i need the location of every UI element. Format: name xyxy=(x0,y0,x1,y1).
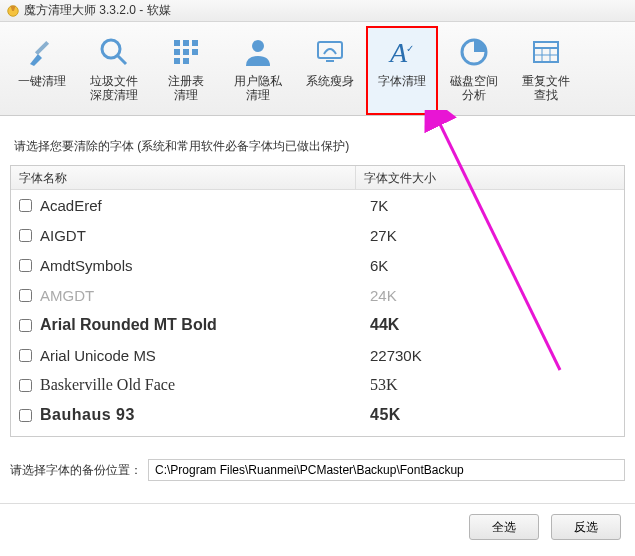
font-size: 24K xyxy=(370,287,397,304)
font-size: 27K xyxy=(370,227,397,244)
font-size: 53K xyxy=(370,376,398,394)
table-row[interactable]: AcadEref7K xyxy=(11,190,624,220)
font-name: Bauhaus 93 xyxy=(40,406,370,424)
table-row[interactable]: Arial Rounded MT Bold44K xyxy=(11,310,624,340)
font-size: 7K xyxy=(370,197,388,214)
grid-icon xyxy=(166,34,206,70)
svg-rect-1 xyxy=(35,41,49,55)
svg-rect-9 xyxy=(192,49,198,55)
tool-duplicate-find[interactable]: 重复文件 查找 xyxy=(510,26,582,115)
tool-label: 用户隐私 清理 xyxy=(234,74,282,102)
calendar-icon xyxy=(526,34,566,70)
table-row[interactable]: AMGDT24K xyxy=(11,280,624,310)
select-all-button[interactable]: 全选 xyxy=(469,514,539,540)
row-checkbox[interactable] xyxy=(19,349,32,362)
tool-privacy-clean[interactable]: 用户隐私 清理 xyxy=(222,26,294,115)
font-size: 6K xyxy=(370,257,388,274)
svg-rect-10 xyxy=(174,58,180,64)
svg-point-12 xyxy=(252,40,264,52)
svg-rect-14 xyxy=(326,60,334,62)
svg-line-3 xyxy=(118,56,126,64)
font-name: AmdtSymbols xyxy=(40,257,370,274)
table-row[interactable]: AIGDT27K xyxy=(11,220,624,250)
svg-rect-18 xyxy=(534,42,558,62)
table-row[interactable]: Baskerville Old Face53K xyxy=(11,370,624,400)
tool-font-clean[interactable]: A✓ 字体清理 xyxy=(366,26,438,115)
tool-label: 垃圾文件 深度清理 xyxy=(90,74,138,102)
tool-label: 磁盘空间 分析 xyxy=(450,74,498,102)
toolbar: 一键清理 垃圾文件 深度清理 注册表 清理 用户隐私 清理 系统瘦身 A✓ 字体… xyxy=(0,22,635,116)
table-row[interactable]: Bauhaus 9345K xyxy=(11,400,624,430)
col-name[interactable]: 字体名称 xyxy=(11,166,356,189)
instruction-text: 请选择您要清除的字体 (系统和常用软件必备字体均已做出保护) xyxy=(14,138,625,155)
tool-system-slim[interactable]: 系统瘦身 xyxy=(294,26,366,115)
svg-text:A: A xyxy=(388,37,408,68)
tool-label: 重复文件 查找 xyxy=(522,74,570,102)
svg-text:✓: ✓ xyxy=(406,43,414,54)
tool-label: 一键清理 xyxy=(18,74,66,88)
font-name: Arial Unicode MS xyxy=(40,347,370,364)
table-header: 字体名称 字体文件大小 xyxy=(11,166,624,190)
row-checkbox[interactable] xyxy=(19,379,32,392)
row-checkbox[interactable] xyxy=(19,259,32,272)
svg-rect-4 xyxy=(174,40,180,46)
tool-label: 系统瘦身 xyxy=(306,74,354,88)
row-checkbox[interactable] xyxy=(19,319,32,332)
table-row[interactable]: Arial Unicode MS22730K xyxy=(11,340,624,370)
svg-rect-5 xyxy=(183,40,189,46)
disk-icon xyxy=(454,34,494,70)
app-icon xyxy=(6,4,20,18)
font-icon: A✓ xyxy=(382,34,422,70)
table-row[interactable]: AmdtSymbols6K xyxy=(11,250,624,280)
user-icon xyxy=(238,34,278,70)
brush-icon xyxy=(22,34,62,70)
font-table: 字体名称 字体文件大小 AcadEref7KAIGDT27KAmdtSymbol… xyxy=(10,165,625,437)
font-name: Arial Rounded MT Bold xyxy=(40,316,370,334)
font-size: 45K xyxy=(370,406,401,424)
window-title: 魔方清理大师 3.3.2.0 - 软媒 xyxy=(24,2,171,19)
font-size: 44K xyxy=(370,316,399,334)
monitor-icon xyxy=(310,34,350,70)
tool-disk-analysis[interactable]: 磁盘空间 分析 xyxy=(438,26,510,115)
font-name: AIGDT xyxy=(40,227,370,244)
font-name: AMGDT xyxy=(40,287,370,304)
svg-point-2 xyxy=(102,40,120,58)
col-size[interactable]: 字体文件大小 xyxy=(356,166,624,189)
svg-rect-8 xyxy=(183,49,189,55)
row-checkbox[interactable] xyxy=(19,289,32,302)
tool-one-click-clean[interactable]: 一键清理 xyxy=(6,26,78,115)
invert-button[interactable]: 反选 xyxy=(551,514,621,540)
backup-path-input[interactable] xyxy=(148,459,625,481)
row-checkbox[interactable] xyxy=(19,199,32,212)
svg-rect-7 xyxy=(174,49,180,55)
font-name: AcadEref xyxy=(40,197,370,214)
svg-rect-6 xyxy=(192,40,198,46)
row-checkbox[interactable] xyxy=(19,409,32,422)
svg-rect-11 xyxy=(183,58,189,64)
magnifier-icon xyxy=(94,34,134,70)
font-size: 22730K xyxy=(370,347,422,364)
titlebar: 魔方清理大师 3.3.2.0 - 软媒 xyxy=(0,0,635,22)
backup-label: 请选择字体的备份位置： xyxy=(10,462,142,479)
tool-label: 注册表 清理 xyxy=(168,74,204,102)
tool-label: 字体清理 xyxy=(378,74,426,88)
tool-deep-clean[interactable]: 垃圾文件 深度清理 xyxy=(78,26,150,115)
row-checkbox[interactable] xyxy=(19,229,32,242)
tool-registry-clean[interactable]: 注册表 清理 xyxy=(150,26,222,115)
font-name: Baskerville Old Face xyxy=(40,376,370,394)
